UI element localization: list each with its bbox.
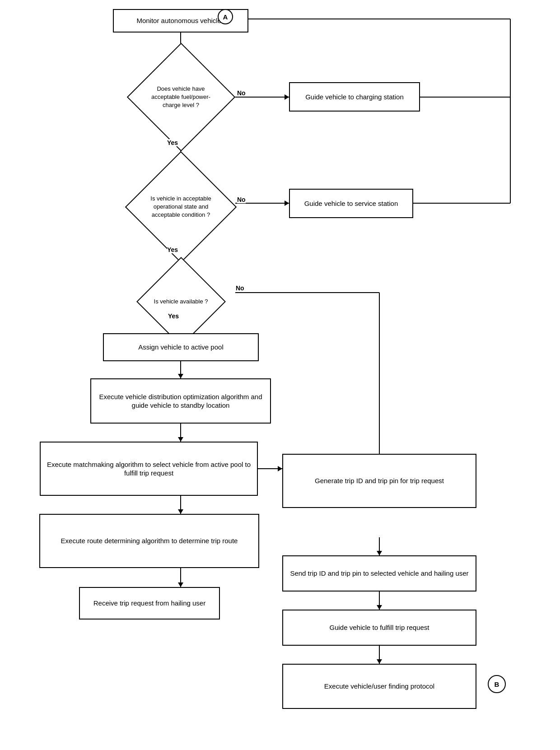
svg-marker-15 [178,437,183,442]
charge-station-box: Guide vehicle to charging station [289,82,420,112]
route-box: Execute route determining algorithm to d… [39,514,259,568]
operational-yes-label: Yes [167,246,178,253]
circle-a: A [218,9,233,24]
service-station-box: Guide vehicle to service station [289,189,413,218]
generate-trip-box: Generate trip ID and trip pin for trip r… [282,454,476,508]
fuel-diamond: Does vehicle have acceptable fuel/power-… [112,53,250,141]
fuel-no-label: No [237,89,246,97]
operational-no-label: No [237,196,246,203]
receive-trip-box: Receive trip request from hailing user [79,587,220,620]
matchmaking-box: Execute matchmaking algorithm to select … [40,442,258,496]
svg-marker-30 [377,659,382,664]
distribution-box: Execute vehicle distribution optimizatio… [90,378,271,424]
operational-diamond: Is vehicle in acceptable operational sta… [103,166,259,247]
available-yes-label: Yes [168,312,179,320]
guide-fulfill-box: Guide vehicle to fulfill trip request [282,610,476,646]
svg-marker-26 [377,551,382,555]
circle-b: B [488,675,506,693]
flowchart-diagram: Monitor autonomous vehicles A Does vehic… [0,0,560,750]
finding-protocol-box: Execute vehicle/user finding protocol [282,664,476,709]
svg-marker-13 [178,374,183,378]
available-no-label: No [236,284,244,292]
send-trip-box: Send trip ID and trip pin to selected ve… [282,555,476,592]
svg-marker-28 [377,605,382,610]
svg-marker-3 [285,94,289,100]
svg-marker-24 [278,466,282,471]
fuel-yes-label: Yes [167,139,178,146]
available-diamond: Is vehicle available ? [114,270,247,333]
svg-marker-7 [285,200,289,206]
assign-active-box: Assign vehicle to active pool [103,333,259,361]
svg-marker-19 [178,582,183,587]
svg-marker-17 [178,509,183,514]
